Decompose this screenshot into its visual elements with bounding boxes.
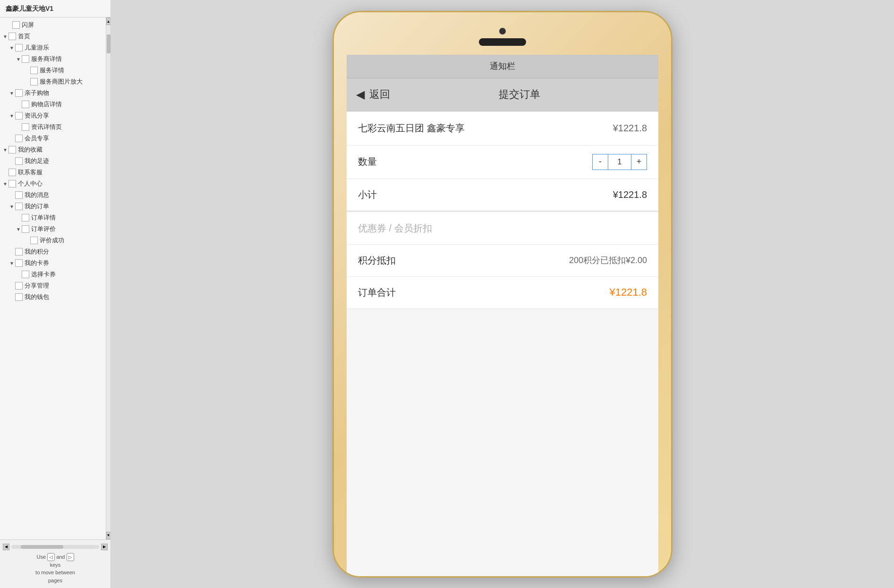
sidebar-item-footprint[interactable]: 我的足迹 (0, 155, 106, 167)
subtotal-row: 小计 ¥1221.8 (347, 179, 658, 212)
page-icon (15, 44, 23, 51)
scroll-indicator (107, 34, 111, 53)
page-icon (15, 157, 23, 165)
total-row: 订单合计 ¥1221.8 (347, 277, 658, 309)
main-content: 通知栏 ◀ 返回 提交订单 七彩云南五日团 鑫豪专享 ¥1221.8 (111, 0, 894, 588)
page-icon (22, 55, 29, 63)
quantity-label: 数量 (358, 155, 377, 168)
page-icon (15, 135, 23, 142)
sidebar-tree: 闪屏 ▼ 首页 ▼ 儿童游乐 ▼ 服务商详情 (0, 17, 106, 539)
page-icon (9, 146, 16, 153)
sidebar-item-info-share[interactable]: ▼ 资讯分享 (0, 110, 106, 121)
sidebar-item-children-play[interactable]: ▼ 儿童游乐 (0, 42, 106, 53)
page-icon (15, 259, 23, 267)
page-icon (22, 225, 29, 233)
hscroll-left-btn[interactable]: ◀ (3, 544, 9, 550)
sidebar-item-family-shopping[interactable]: ▼ 亲子购物 (0, 87, 106, 99)
page-icon (15, 112, 23, 119)
sidebar-item-service-image-zoom[interactable]: 服务商图片放大 (0, 76, 106, 87)
back-button[interactable]: ◀ 返回 (356, 87, 390, 102)
quantity-plus-btn[interactable]: + (631, 154, 647, 170)
page-icon (15, 203, 23, 210)
sidebar-item-review-success[interactable]: 评价成功 (0, 235, 106, 246)
sidebar-item-personal-center[interactable]: ▼ 个人中心 (0, 178, 106, 189)
nav-hint: Use ◁ and ▷ keys to move between pages (3, 553, 108, 585)
sidebar-item-shop-detail[interactable]: 购物店详情 (0, 99, 106, 110)
product-row: 七彩云南五日团 鑫豪专享 ¥1221.8 (347, 111, 658, 145)
sidebar-item-service-detail[interactable]: ▼ 服务商详情 (0, 53, 106, 65)
sidebar-item-messages[interactable]: 我的消息 (0, 189, 106, 201)
page-icon (22, 271, 29, 278)
scroll-up-btn[interactable]: ▲ (106, 17, 111, 25)
total-label: 订单合计 (358, 286, 396, 299)
phone-screen: 通知栏 ◀ 返回 提交订单 七彩云南五日团 鑫豪专享 ¥1221.8 (347, 55, 658, 576)
coupon-row[interactable]: 优惠券 / 会员折扣 (347, 213, 658, 245)
page-icon (22, 214, 29, 222)
hscroll-right-btn[interactable]: ▶ (101, 544, 108, 550)
prev-key: ◁ (47, 553, 55, 561)
quantity-minus-btn[interactable]: - (593, 154, 608, 170)
points-label: 积分抵扣 (358, 254, 396, 267)
sidebar-scrollbar[interactable]: ▲ ▼ (106, 17, 111, 539)
coupon-label: 优惠券 / 会员折扣 (358, 222, 432, 235)
subtotal-value: ¥1221.8 (613, 189, 647, 200)
total-value: ¥1221.8 (609, 286, 647, 298)
nav-title: 提交订单 (390, 87, 649, 102)
page-icon (22, 123, 29, 131)
quantity-control: - 1 + (592, 154, 647, 170)
phone-top-bar (334, 12, 671, 55)
quantity-value: 1 (608, 154, 631, 170)
hscroll-track (11, 545, 99, 549)
points-row: 积分抵扣 200积分已抵扣¥2.00 (347, 245, 658, 277)
sidebar-item-order-detail[interactable]: 订单详情 (0, 212, 106, 223)
quantity-row: 数量 - 1 + (347, 145, 658, 179)
sidebar-item-favorites[interactable]: ▼ 我的收藏 (0, 144, 106, 155)
sidebar-item-home[interactable]: ▼ 首页 (0, 31, 106, 42)
points-value: 200积分已抵扣¥2.00 (569, 255, 647, 266)
sidebar-item-info-detail[interactable]: 资讯详情页 (0, 121, 106, 133)
next-key: ▷ (67, 553, 74, 561)
phone-mockup: 通知栏 ◀ 返回 提交订单 七彩云南五日团 鑫豪专享 ¥1221.8 (332, 11, 673, 578)
sidebar: 鑫豪儿童天地V1 闪屏 ▼ 首页 ▼ 儿童游乐 (0, 0, 111, 588)
sidebar-item-coupons[interactable]: ▼ 我的卡券 (0, 257, 106, 269)
phone-camera (499, 28, 506, 34)
sidebar-bottom: ◀ ▶ Use ◁ and ▷ keys to move between pag… (0, 539, 111, 588)
page-icon (15, 282, 23, 290)
page-icon (30, 78, 38, 85)
subtotal-label: 小计 (358, 188, 377, 201)
page-icon (9, 180, 16, 187)
page-icon (30, 237, 38, 244)
page-icon (9, 33, 16, 40)
page-icon (22, 101, 29, 108)
page-icon (15, 191, 23, 199)
sidebar-item-wallet[interactable]: 我的钱包 (0, 291, 106, 303)
product-price: ¥1221.8 (613, 123, 647, 134)
sidebar-item-share[interactable]: 分享管理 (0, 280, 106, 291)
app-body: 七彩云南五日团 鑫豪专享 ¥1221.8 数量 - 1 + 小计 ¥1221.8 (347, 111, 658, 576)
page-icon (30, 67, 38, 74)
sidebar-item-flash[interactable]: 闪屏 (0, 19, 106, 31)
sidebar-item-service-info[interactable]: 服务详情 (0, 65, 106, 76)
page-icon (15, 89, 23, 97)
sidebar-item-member[interactable]: 会员专享 (0, 133, 106, 144)
scroll-track (106, 25, 111, 532)
phone-speaker (479, 38, 526, 46)
page-icon (15, 293, 23, 301)
sidebar-title: 鑫豪儿童天地V1 (0, 0, 111, 17)
page-icon (12, 21, 20, 29)
sidebar-item-select-coupon[interactable]: 选择卡券 (0, 269, 106, 280)
product-name: 七彩云南五日团 鑫豪专享 (358, 122, 465, 135)
sidebar-item-order-review[interactable]: ▼ 订单评价 (0, 223, 106, 235)
sidebar-item-points[interactable]: 我的积分 (0, 246, 106, 257)
back-arrow-icon: ◀ (356, 88, 365, 101)
page-icon (15, 248, 23, 256)
scroll-down-btn[interactable]: ▼ (106, 532, 111, 539)
sidebar-item-contact[interactable]: 联系客服 (0, 167, 106, 178)
nav-bar: ◀ 返回 提交订单 (347, 78, 658, 111)
hscroll-thumb (21, 545, 63, 549)
page-icon (9, 169, 16, 176)
notification-bar: 通知栏 (347, 55, 658, 78)
sidebar-item-my-orders[interactable]: ▼ 我的订单 (0, 201, 106, 212)
